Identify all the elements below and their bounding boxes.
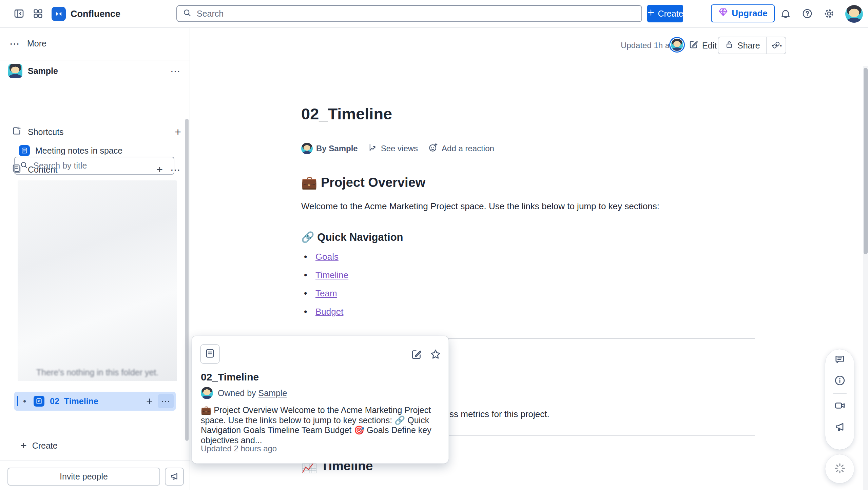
main-scrollbar-thumb[interactable] [864, 68, 868, 254]
unlock-icon [725, 40, 734, 51]
notifications-button[interactable] [778, 6, 793, 21]
list-item: Timeline [304, 271, 348, 280]
document-icon [205, 348, 215, 360]
owner-link[interactable]: Sample [258, 388, 287, 398]
list-item: Budget [304, 307, 348, 316]
sidebar-item-more[interactable]: ⋯ More [9, 36, 46, 51]
blurred-content-tree: There's nothing in this folder yet. [18, 180, 177, 381]
page-overflow-icon[interactable]: ⋯ [158, 394, 174, 408]
help-button[interactable] [800, 6, 815, 21]
upgrade-button[interactable]: Upgrade [711, 4, 775, 22]
list-item: Goals [304, 252, 348, 261]
partially-hidden-text: ss metrics for this project. [449, 409, 549, 419]
panel-collapse-icon [13, 8, 25, 20]
search-icon [20, 161, 28, 171]
card-page-title[interactable]: 02_Timeline [201, 371, 259, 383]
search-icon [182, 8, 192, 19]
more-horizontal-icon: ⋯ [9, 38, 20, 50]
megaphone-icon [834, 420, 846, 434]
gem-icon [718, 7, 728, 20]
app-switcher-button[interactable] [31, 6, 45, 21]
sidebar-item-02-timeline[interactable]: • 02_Timeline + ⋯ [14, 392, 176, 411]
gear-icon [823, 8, 835, 20]
views-trend-icon [368, 143, 378, 154]
share-button[interactable]: Share [718, 37, 766, 54]
edit-button[interactable]: Edit [689, 38, 717, 53]
create-button[interactable]: Create [647, 5, 683, 22]
card-edit-button[interactable] [410, 348, 423, 361]
owner-avatar [201, 387, 213, 399]
byline-author[interactable]: By Sample [301, 143, 358, 154]
confluence-logo-icon[interactable] [52, 7, 66, 21]
card-star-button[interactable] [429, 348, 442, 361]
plus-icon [647, 8, 655, 19]
feedback-megaphone-button[interactable] [165, 468, 184, 486]
spinner-icon [833, 462, 847, 476]
content-search[interactable] [14, 157, 174, 175]
edit-pencil-icon [689, 39, 699, 52]
plus-icon: + [20, 439, 27, 452]
nav-link-goals[interactable]: Goals [315, 252, 339, 262]
sidebar-divider [0, 60, 190, 60]
content-search-input[interactable] [33, 160, 169, 171]
add-child-page-icon[interactable]: + [146, 395, 153, 408]
author-avatar [301, 143, 313, 154]
announce-button[interactable] [825, 416, 854, 437]
question-circle-icon [802, 8, 813, 20]
drag-cursor-bar [17, 396, 18, 406]
overview-paragraph: Welcome to the Acme Marketing Project sp… [301, 201, 659, 212]
page-tools-toolbar [825, 349, 854, 450]
sidebar-item-meeting-notes[interactable]: Meeting notes in space [19, 143, 122, 158]
sidebar-create-page[interactable]: + Create [20, 438, 58, 453]
sidebar-footer: Invite people [0, 460, 190, 490]
star-icon [429, 356, 442, 361]
quick-navigation-heading: 🔗 Quick Navigation [301, 231, 403, 243]
collapse-sidebar-button[interactable] [12, 6, 26, 21]
global-search[interactable] [176, 5, 642, 22]
edit-pencil-icon [410, 356, 423, 361]
quick-navigation-list: Goals Timeline Team Budget [304, 252, 348, 326]
app-grid-icon [33, 8, 43, 20]
comments-button[interactable] [825, 349, 854, 370]
page-icon [34, 396, 44, 407]
overview-heading: 💼 Project Overview [301, 175, 425, 190]
video-button[interactable] [825, 395, 854, 416]
see-views-button[interactable]: See views [368, 143, 418, 154]
nav-link-team[interactable]: Team [315, 288, 337, 299]
add-reaction-button[interactable]: Add a reaction [428, 142, 494, 155]
loading-floating-button[interactable] [825, 454, 854, 483]
space-avatar [8, 64, 22, 78]
app-title: Confluence [71, 0, 120, 28]
more-horizontal-icon: ⋯ [771, 38, 784, 53]
page-more-actions-button[interactable]: ⋯ [771, 38, 784, 53]
sidebar-scrollbar-thumb[interactable] [185, 119, 189, 441]
page-type-button[interactable] [200, 344, 220, 364]
add-shortcut-icon [12, 126, 22, 138]
invite-people-button[interactable]: Invite people [7, 468, 160, 486]
settings-button[interactable] [822, 6, 836, 21]
bell-icon [780, 8, 791, 20]
page-preview-card: 02_Timeline Owned by Sample 💼 Project Ov… [192, 336, 449, 464]
page-byline: By Sample See views Add a reaction [301, 142, 494, 155]
card-updated-text: Updated 2 hours ago [201, 444, 277, 453]
details-button[interactable] [825, 370, 854, 391]
sidebar-item-shortcuts[interactable]: Shortcuts + [12, 124, 181, 139]
nav-link-budget[interactable]: Budget [315, 307, 343, 317]
sidebar-space-header[interactable]: Sample ⋯ [8, 63, 181, 78]
space-overflow-icon[interactable]: ⋯ [170, 65, 181, 77]
info-icon [834, 374, 846, 388]
bullet-icon: • [23, 396, 26, 407]
user-avatar[interactable] [845, 5, 863, 23]
smiley-plus-icon [428, 142, 438, 155]
page-title: 02_Timeline [301, 104, 392, 123]
confluence-app: Confluence Create Upgrade [0, 0, 868, 490]
add-shortcut-plus-icon[interactable]: + [175, 126, 181, 138]
contributor-avatar-ring[interactable] [669, 37, 685, 53]
page-icon [19, 145, 30, 156]
space-sidebar: ⋯ More Sample ⋯ Shortcuts + Meeting note… [0, 28, 190, 490]
global-search-input[interactable] [196, 8, 636, 19]
toolbar-divider [833, 393, 847, 394]
nav-link-timeline[interactable]: Timeline [315, 270, 348, 280]
top-navigation-bar: Confluence Create Upgrade [0, 0, 868, 28]
contributor-avatar [671, 39, 683, 51]
